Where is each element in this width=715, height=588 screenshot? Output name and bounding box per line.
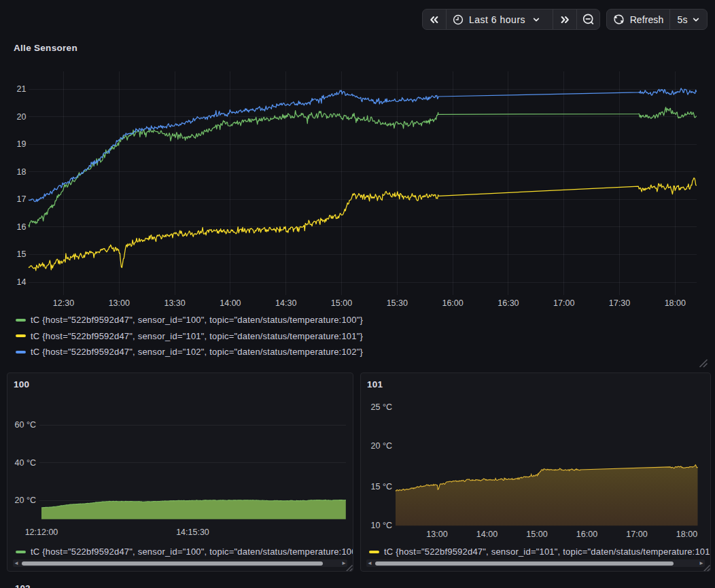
svg-text:17: 17 xyxy=(17,194,27,204)
svg-text:15:30: 15:30 xyxy=(387,298,408,308)
svg-text:18: 18 xyxy=(17,167,27,177)
svg-text:21: 21 xyxy=(17,84,27,94)
svg-text:20 °C: 20 °C xyxy=(371,441,392,451)
svg-text:17:30: 17:30 xyxy=(609,298,630,308)
svg-text:15 °C: 15 °C xyxy=(371,482,392,491)
svg-text:25 °C: 25 °C xyxy=(371,402,392,412)
svg-text:12:12:00: 12:12:00 xyxy=(25,528,58,537)
svg-text:13:00: 13:00 xyxy=(426,530,447,539)
svg-text:60 °C: 60 °C xyxy=(15,420,36,430)
svg-text:14:00: 14:00 xyxy=(476,530,498,539)
svg-text:17:00: 17:00 xyxy=(553,298,574,308)
svg-text:14:30: 14:30 xyxy=(275,298,296,308)
svg-text:13:30: 13:30 xyxy=(164,298,185,308)
svg-text:20 °C: 20 °C xyxy=(15,496,36,505)
svg-text:14:15:30: 14:15:30 xyxy=(176,528,209,537)
svg-text:40 °C: 40 °C xyxy=(15,458,36,468)
svg-text:17:00: 17:00 xyxy=(626,530,647,539)
svg-text:18:00: 18:00 xyxy=(676,530,697,539)
svg-text:19: 19 xyxy=(17,139,27,149)
svg-text:20: 20 xyxy=(17,112,27,122)
svg-text:15:00: 15:00 xyxy=(526,530,547,539)
svg-text:16:00: 16:00 xyxy=(576,530,597,539)
svg-text:16: 16 xyxy=(17,222,27,232)
svg-text:18:00: 18:00 xyxy=(665,298,686,308)
svg-text:12:30: 12:30 xyxy=(53,298,74,308)
svg-text:16:00: 16:00 xyxy=(442,298,463,308)
svg-text:15: 15 xyxy=(17,249,27,259)
svg-text:10 °C: 10 °C xyxy=(371,521,392,530)
svg-text:13:00: 13:00 xyxy=(109,298,130,308)
svg-text:14:00: 14:00 xyxy=(220,298,241,308)
svg-text:16:30: 16:30 xyxy=(498,298,519,308)
svg-text:14: 14 xyxy=(17,277,27,287)
svg-text:15:00: 15:00 xyxy=(331,298,352,308)
